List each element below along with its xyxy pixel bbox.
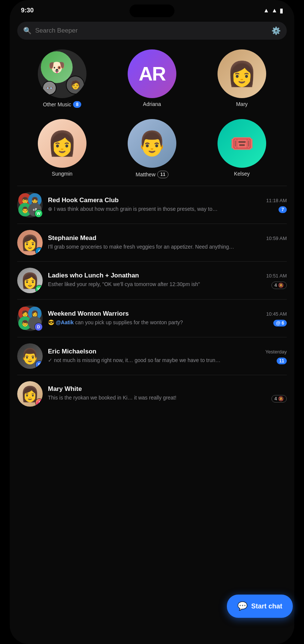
chat-preview-row-wonton: 😎 @Aatik can you pick up supplies for th… — [48, 319, 287, 326]
story-item-sungmin[interactable]: 👩 Sungmin — [32, 119, 92, 178]
chat-preview-eric: ✓ not much is missing right now, it… goo… — [48, 357, 274, 364]
chat-name-eric: Eric Michaelson — [48, 348, 96, 355]
chat-preview-row-eric: ✓ not much is missing right now, it… goo… — [48, 357, 287, 364]
other-music-person2: 🧑 — [66, 76, 85, 94]
story-label-matthew: Matthew 11 — [136, 171, 168, 178]
chat-item-eric[interactable]: 👨 S Eric Michaelson Yesterday ✓ not much… — [17, 337, 287, 375]
chat-time-stephanie: 10:59 AM — [266, 236, 287, 241]
chat-content-mary-white: Mary White This is the ryokan we booked … — [48, 385, 287, 402]
chat-avatar-wonton: 🧑 👩 👦 D — [17, 306, 43, 331]
chat-preview-row-mary-white: This is the ryokan we booked in Ki… it w… — [48, 394, 287, 402]
story-badge-matthew: 11 — [157, 171, 168, 178]
mary-avatar-face: 👩 — [227, 60, 257, 88]
chat-item-stephanie[interactable]: 👩 ✈ Stephanie Mead 10:59 AM I'll grab so… — [17, 224, 287, 261]
story-badge-other-music: 8 — [73, 101, 81, 108]
chat-preview-row-stephanie: I'll grab some groceries to make fresh v… — [48, 243, 287, 251]
story-avatar-matthew: 👨 — [128, 119, 176, 168]
signal-badge: S — [35, 361, 43, 369]
story-label-other-music: Other Music 8 — [43, 101, 81, 108]
chat-time-eric: Yesterday — [265, 349, 287, 355]
stories-row-1: 🐶 🧑 👓 Other Music 8 AR Adriana 👩 — [10, 46, 294, 115]
phone-shell: 9:30 ▲ ▲ ▮ 🔍 ⚙️ 🐶 🧑 👓 Other Music 8 — [10, 0, 294, 644]
chat-content-red-hook: Red Hook Camera Club 11:18 AM ⊕ I was th… — [48, 197, 287, 213]
story-label-adriana: Adriana — [143, 101, 161, 107]
search-input[interactable] — [35, 27, 268, 34]
chat-badge-eric: 11 — [277, 358, 287, 364]
sungmin-avatar-face: 👩 — [47, 130, 77, 158]
story-avatar-mary: 👩 — [218, 49, 266, 98]
chat-header-red-hook: Red Hook Camera Club 11:18 AM — [48, 197, 287, 204]
camera-notch — [130, 4, 174, 17]
chat-header-ladies-lunch: Ladies who Lunch + Jonathan 10:51 AM — [48, 272, 287, 279]
gear-icon[interactable]: ⚙️ — [271, 26, 281, 35]
chat-item-red-hook[interactable]: 👦 👧 👨 +8 W Red Hook Camera Club 11:18 AM… — [17, 186, 287, 224]
chat-content-stephanie: Stephanie Mead 10:59 AM I'll grab some g… — [48, 234, 287, 251]
discord-badge: D — [34, 323, 43, 331]
start-chat-label: Start chat — [251, 602, 282, 610]
chat-badge-mary-white: 4 🔕 — [271, 395, 287, 402]
other-music-person1: 🐶 — [41, 51, 73, 83]
story-item-mary[interactable]: 👩 Mary — [212, 49, 272, 108]
chat-preview-ladies-lunch: Esther liked your reply, "OK we'll cya t… — [48, 281, 268, 288]
story-avatar-kelsey: 🎟️ — [218, 119, 266, 168]
story-avatar-adriana: AR — [128, 49, 176, 98]
chat-item-mary-white[interactable]: 👩 I Mary White This is the ryokan we boo… — [17, 375, 287, 413]
chat-time-wonton: 10:45 AM — [266, 311, 287, 317]
whatsapp-badge: W — [34, 209, 43, 218]
chat-header-stephanie: Stephanie Mead 10:59 AM — [48, 234, 287, 242]
story-label-kelsey: Kelsey — [234, 171, 250, 177]
chat-item-ladies-lunch[interactable]: 👩 W Ladies who Lunch + Jonathan 10:51 AM… — [17, 261, 287, 299]
chat-avatar-eric: 👨 S — [17, 343, 43, 369]
search-icon: 🔍 — [23, 27, 31, 35]
status-time: 9:30 — [21, 7, 34, 14]
check-icon-eric: ✓ — [48, 357, 54, 363]
chat-badge-red-hook: 7 — [279, 206, 287, 213]
story-avatar-other-music: 🐶 🧑 👓 — [38, 49, 86, 98]
story-item-matthew[interactable]: 👨 Matthew 11 — [122, 119, 182, 178]
chat-badge-ladies-lunch: 4 🔕 — [271, 282, 287, 289]
chat-avatar-mary-white: 👩 I — [17, 381, 43, 407]
telegram-badge: ✈ — [35, 247, 43, 255]
chat-preview-row-red-hook: ⊕ I was think about how much grain is pr… — [48, 206, 287, 213]
mention-aatik: @Aatik — [56, 319, 74, 325]
other-music-person3: 👓 — [42, 81, 57, 95]
matthew-avatar-face: 👨 — [137, 130, 167, 158]
chat-content-eric: Eric Michaelson Yesterday ✓ not much is … — [48, 348, 287, 364]
chat-preview-wonton: 😎 @Aatik can you pick up supplies for th… — [48, 319, 270, 326]
instagram-badge: I — [35, 398, 43, 407]
story-label-mary: Mary — [236, 101, 247, 107]
chat-preview-red-hook: ⊕ I was think about how much grain is pr… — [48, 206, 276, 213]
chat-preview-stephanie: I'll grab some groceries to make fresh v… — [48, 243, 287, 251]
story-item-other-music[interactable]: 🐶 🧑 👓 Other Music 8 — [32, 49, 92, 108]
wifi-icon: ▲ — [263, 7, 269, 14]
chat-name-stephanie: Stephanie Mead — [48, 234, 96, 242]
chat-avatar-red-hook: 👦 👧 👨 +8 W — [17, 192, 43, 218]
story-label-sungmin: Sungmin — [52, 171, 72, 177]
search-bar[interactable]: 🔍 ⚙️ — [17, 22, 287, 40]
chat-name-ladies-lunch: Ladies who Lunch + Jonathan — [48, 272, 139, 279]
signal-icon: ▲ — [271, 7, 277, 14]
story-item-kelsey[interactable]: 🎟️ Kelsey — [212, 119, 272, 178]
chat-bubble-icon: 💬 — [237, 601, 247, 611]
chat-header-eric: Eric Michaelson Yesterday — [48, 348, 287, 355]
chat-content-wonton: Weekend Wonton Warriors 10:45 AM 😎 @Aati… — [48, 310, 287, 326]
chat-time-red-hook: 11:18 AM — [266, 198, 287, 203]
chat-header-mary-white: Mary White — [48, 385, 287, 393]
chat-list: 👦 👧 👨 +8 W Red Hook Camera Club 11:18 AM… — [10, 186, 294, 413]
start-chat-button[interactable]: 💬 Start chat — [227, 595, 293, 618]
stories-row-2: 👩 Sungmin 👨 Matthew 11 🎟️ Kelsey — [10, 115, 294, 186]
chat-header-wonton: Weekend Wonton Warriors 10:45 AM — [48, 310, 287, 318]
story-avatar-sungmin: 👩 — [38, 119, 86, 168]
kelsey-avatar-icon: 🎟️ — [230, 132, 254, 155]
chat-name-red-hook: Red Hook Camera Club — [48, 197, 119, 204]
battery-icon: ▮ — [280, 7, 283, 14]
chat-time-ladies-lunch: 10:51 AM — [266, 273, 287, 279]
chat-avatar-ladies-lunch: 👩 W — [17, 268, 43, 293]
story-item-adriana[interactable]: AR Adriana — [122, 49, 182, 108]
chat-name-wonton: Weekend Wonton Warriors — [48, 310, 129, 318]
chat-item-wonton[interactable]: 🧑 👩 👦 D Weekend Wonton Warriors 10:45 AM… — [17, 299, 287, 337]
chat-badge-wonton: @ 6 — [273, 320, 287, 326]
chat-avatar-stephanie: 👩 ✈ — [17, 230, 43, 255]
whatsapp-badge-2: W — [35, 285, 43, 293]
chat-content-ladies-lunch: Ladies who Lunch + Jonathan 10:51 AM Est… — [48, 272, 287, 289]
